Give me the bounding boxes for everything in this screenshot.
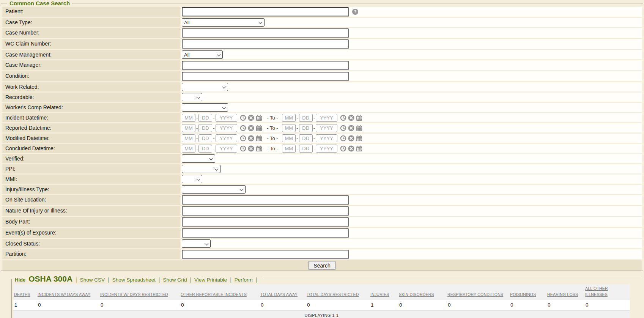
nature-of-injury-or-illness-input[interactable] [182, 206, 349, 216]
recordable-select[interactable] [182, 93, 202, 101]
date-separator: - [213, 125, 214, 131]
sort-link-poisonings[interactable]: POISONINGS [510, 292, 536, 297]
concluded-datetime-to-mm-input[interactable] [282, 145, 296, 153]
clock-icon[interactable] [340, 115, 346, 121]
hide-link[interactable]: Hide [15, 277, 25, 283]
search-button[interactable]: Search [308, 261, 335, 270]
condition-input[interactable] [182, 72, 349, 81]
reported-datetime-to-dd-input[interactable] [299, 124, 313, 132]
body-part-input[interactable] [182, 217, 349, 227]
sort-link-other-reportable-incidents[interactable]: OTHER REPORTABLE INCIDENTS [181, 292, 247, 297]
clock-icon[interactable] [340, 125, 346, 131]
sort-link-injuries[interactable]: INJURIES [370, 292, 389, 297]
reported-datetime-from-dd-input[interactable] [198, 124, 212, 132]
clear-icon[interactable] [248, 145, 254, 152]
svg-text:?: ? [354, 9, 356, 14]
sort-link-incidents-w-days-restricted[interactable]: INCIDENTS W/ DAYS RESTRICTED [100, 292, 168, 297]
body-part-label: Body Part: [2, 217, 180, 227]
clock-icon[interactable] [240, 125, 246, 131]
incident-datetime-from-yyyy-input[interactable] [216, 114, 237, 122]
sort-link-respiratory-conditions[interactable]: RESPIRATORY CONDITIONS [447, 292, 503, 297]
closed-status-select[interactable] [182, 239, 211, 248]
calendar-icon[interactable] [256, 115, 262, 121]
sort-link-incidents-w-days-away[interactable]: INCIDENTS W/ DAYS AWAY [38, 292, 90, 297]
clear-icon[interactable] [348, 135, 354, 142]
workers-comp-related-select[interactable] [182, 103, 228, 112]
partition-input[interactable] [182, 250, 349, 259]
clear-icon[interactable] [348, 125, 354, 131]
verified-select[interactable] [182, 154, 215, 163]
incident-datetime-from-mm-input[interactable] [182, 114, 195, 122]
calendar-icon[interactable] [256, 135, 262, 142]
clock-icon[interactable] [240, 145, 246, 152]
modified-datetime-from-dd-input[interactable] [198, 134, 212, 142]
case-manager-value-cell [181, 60, 642, 70]
clock-icon[interactable] [340, 145, 346, 152]
case-management-select[interactable]: All [182, 50, 223, 59]
date-separator: - [196, 125, 198, 131]
reported-datetime-to-mm-input[interactable] [282, 124, 296, 132]
ppi-select[interactable] [182, 165, 220, 173]
patient-input[interactable] [182, 7, 349, 16]
concluded-datetime-value-cell: -- - To - -- [181, 144, 642, 153]
concluded-datetime-to-dd-input[interactable] [299, 145, 313, 153]
clear-icon[interactable] [348, 115, 354, 121]
form-row: WC Claim Number: [2, 39, 642, 49]
concluded-datetime-to-yyyy-input[interactable] [316, 145, 337, 153]
wc-claim-number-label: WC Claim Number: [2, 39, 180, 49]
on-site-location-input[interactable] [182, 195, 349, 205]
calendar-icon[interactable] [256, 145, 262, 152]
reported-datetime-to-yyyy-input[interactable] [316, 124, 337, 132]
modified-datetime-to-mm-input[interactable] [282, 134, 296, 142]
incident-datetime-from-dd-input[interactable] [198, 114, 212, 122]
case-number-input[interactable] [182, 28, 349, 38]
reported-datetime-from-yyyy-input[interactable] [216, 124, 237, 132]
concluded-datetime-from-dd-input[interactable] [198, 145, 212, 153]
perform-link[interactable]: Perform [235, 277, 253, 283]
clear-icon[interactable] [248, 135, 254, 142]
case-manager-input[interactable] [182, 61, 349, 70]
calendar-icon[interactable] [356, 125, 362, 131]
sort-link-all-other-illnesses[interactable]: ALL OTHER ILLNESSES [585, 286, 608, 297]
incident-datetime-to-dd-input[interactable] [299, 114, 313, 122]
reported-datetime-to-label: - To - [266, 125, 280, 131]
clock-icon[interactable] [340, 135, 346, 142]
show-spreadsheet-link[interactable]: Show Spreadsheet [112, 277, 156, 283]
show-csv-link[interactable]: Show CSV [80, 277, 105, 283]
modified-datetime-from-mm-input[interactable] [182, 134, 195, 142]
case-type-select[interactable]: All [182, 18, 265, 27]
sort-link-skin-disorders[interactable]: SKIN DISORDERS [399, 292, 434, 297]
sort-link-hearing-loss[interactable]: HEARING LOSS [547, 292, 578, 297]
form-row: Nature Of Injury or Illness: [2, 206, 642, 216]
concluded-datetime-from-mm-input[interactable] [182, 145, 195, 153]
sort-link-total-days-restricted[interactable]: TOTAL DAYS RESTRICTED [307, 292, 359, 297]
incident-datetime-to-yyyy-input[interactable] [316, 114, 337, 122]
incident-datetime-to-mm-input[interactable] [282, 114, 296, 122]
clear-icon[interactable] [248, 115, 254, 121]
calendar-icon[interactable] [256, 125, 262, 131]
clock-icon[interactable] [240, 115, 246, 121]
events-of-exposure-input[interactable] [182, 228, 349, 238]
reported-datetime-from-mm-input[interactable] [182, 124, 195, 132]
column-header-poisonings: POISONINGS [509, 284, 546, 300]
osha-300a-fieldset: Hide OSHA 300A |Show CSV|Show Spreadshee… [11, 274, 643, 318]
calendar-icon[interactable] [356, 135, 362, 142]
work-related-select[interactable] [182, 83, 228, 91]
sort-link-deaths[interactable]: DEATHS [14, 292, 30, 297]
modified-datetime-to-yyyy-input[interactable] [316, 134, 337, 142]
clear-icon[interactable] [348, 145, 354, 152]
clear-icon[interactable] [248, 125, 254, 131]
show-grid-link[interactable]: Show Grid [163, 277, 187, 283]
view-printable-link[interactable]: View Printable [194, 277, 227, 283]
calendar-icon[interactable] [356, 145, 362, 152]
wc-claim-number-input[interactable] [182, 39, 349, 49]
concluded-datetime-from-yyyy-input[interactable] [216, 145, 237, 153]
sort-link-total-days-away[interactable]: TOTAL DAYS AWAY [260, 292, 298, 297]
calendar-icon[interactable] [356, 115, 362, 121]
modified-datetime-from-yyyy-input[interactable] [216, 134, 237, 142]
modified-datetime-to-dd-input[interactable] [299, 134, 313, 142]
clock-icon[interactable] [240, 135, 246, 142]
mmi-select[interactable] [182, 175, 202, 183]
injury-illness-type-select[interactable] [182, 185, 246, 194]
help-icon[interactable]: ? [352, 8, 359, 15]
